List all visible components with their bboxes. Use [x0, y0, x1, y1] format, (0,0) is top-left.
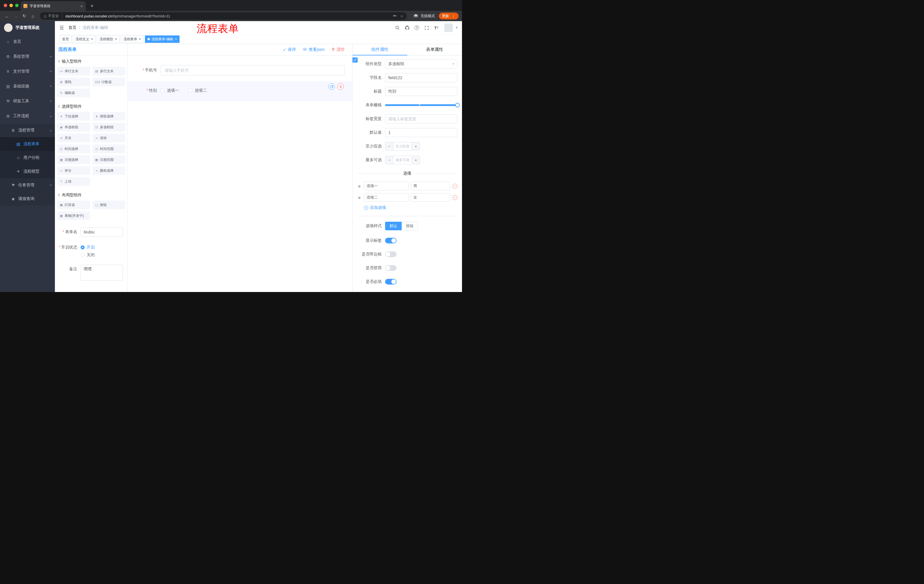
palette-item-time-range[interactable]: ◷时间范围 — [92, 145, 125, 153]
hamburger-icon[interactable]: ☰ — [55, 25, 68, 31]
duplicate-component-button[interactable] — [328, 84, 335, 90]
tag-process-form-edit[interactable]: 流程表单-编辑 × — [145, 35, 180, 43]
tag-process-model[interactable]: 流程模型 × — [97, 35, 119, 43]
avatar-caret-icon[interactable]: ▼ — [455, 26, 458, 29]
max-select-input[interactable] — [393, 156, 412, 164]
delete-component-button[interactable] — [337, 84, 344, 90]
palette-item-date-range[interactable]: ▦日期范围 — [92, 155, 125, 164]
tag-close-icon[interactable]: × — [175, 38, 177, 41]
palette-item-multi-line-text[interactable]: ▤多行文本 — [92, 67, 125, 76]
sidebar-item-process-form[interactable]: ▤ 流程表单 — [0, 137, 55, 151]
sidebar-item-payment[interactable]: ¥ 支付管理 ▾ — [0, 64, 55, 79]
gender-option-2[interactable]: 选项二 — [188, 88, 207, 93]
palette-item-rate[interactable]: ☆评分 — [57, 166, 90, 175]
palette-item-table-wip[interactable]: ▦表格[开发中] — [57, 211, 90, 220]
tag-home[interactable]: 首页 — [59, 35, 71, 43]
tag-close-icon[interactable]: × — [91, 38, 93, 41]
breadcrumb-home[interactable]: 首页 — [68, 25, 76, 30]
grid-slider[interactable] — [385, 100, 457, 110]
palette-item-button[interactable]: ▢按钮 — [92, 201, 125, 209]
browser-update-button[interactable]: 更新 ⋮ — [439, 13, 459, 20]
tab-component-props[interactable]: 组件属性 — [353, 44, 408, 55]
bookmark-star-icon[interactable]: ☆ — [400, 14, 403, 18]
sidebar-item-system[interactable]: ⚙ 系统管理 ▾ — [0, 49, 55, 64]
component-type-select[interactable]: ▼ — [385, 59, 457, 69]
option-1-value-input[interactable] — [411, 182, 450, 190]
palette-item-switch[interactable]: ⊙开关 — [57, 134, 90, 142]
border-toggle[interactable] — [385, 252, 396, 257]
user-avatar[interactable] — [444, 23, 453, 32]
status-on-radio[interactable]: 开启 — [81, 243, 95, 250]
palette-item-password[interactable]: ⊠密码 — [57, 78, 90, 86]
tag-process-definition[interactable]: 流程定义 × — [73, 35, 96, 43]
label-width-input[interactable] — [385, 114, 457, 123]
browser-tab[interactable]: 芋道管理系统 × — [21, 1, 86, 11]
style-default-button[interactable]: 默认 — [385, 222, 402, 230]
sidebar-item-user-group[interactable]: ☺ 用户分组 — [0, 151, 55, 165]
remove-option-button[interactable]: − — [452, 195, 457, 200]
slider-handle[interactable] — [455, 103, 460, 107]
disabled-toggle[interactable] — [385, 265, 396, 271]
canvas-field-gender[interactable]: 性别 选项一 选项二 — [128, 81, 352, 101]
stepper-plus-button[interactable]: + — [412, 142, 420, 150]
sidebar-item-task-management[interactable]: ⚑ 任务管理 ▾ — [0, 178, 55, 192]
fullscreen-icon[interactable] — [422, 24, 431, 32]
sidebar-item-process-management[interactable]: ≣ 流程管理 ▴ — [0, 123, 55, 137]
palette-item-slider[interactable]: ∿滑块 — [92, 134, 125, 142]
palette-item-checkbox-group[interactable]: ☑多选框组 — [92, 123, 125, 132]
gender-option-1[interactable]: 选项一 — [160, 88, 179, 93]
palette-item-upload[interactable]: ⇧上传 — [57, 177, 90, 186]
palette-item-dropdown[interactable]: ▾下拉选择 — [57, 112, 90, 120]
sidebar-logo[interactable]: 芋道管理系统 — [0, 21, 55, 34]
add-option-button[interactable]: + 添加选项 — [364, 205, 457, 210]
drag-handle-icon[interactable]: ≡ — [357, 184, 361, 189]
home-button[interactable]: ⌂ — [29, 14, 36, 18]
tab-close-icon[interactable]: × — [80, 4, 83, 8]
stepper-minus-button[interactable]: − — [385, 142, 393, 150]
reload-button[interactable]: ↻ — [21, 13, 28, 18]
sidebar-item-home[interactable]: ⌂ 首页 — [0, 34, 55, 49]
palette-item-single-line-text[interactable]: ▭单行文本 — [57, 67, 90, 76]
palette-item-cascader[interactable]: ⋔级联选择 — [92, 112, 125, 120]
status-off-radio[interactable]: 关闭 — [81, 250, 95, 258]
save-button[interactable]: ✓ 保存 — [283, 47, 296, 52]
sidebar-item-workflow[interactable]: ⊞ 工作流程 ▴ — [0, 109, 55, 123]
sidebar-item-infrastructure[interactable]: ▤ 基础设施 ▾ — [0, 79, 55, 94]
option-2-label-input[interactable] — [364, 193, 409, 202]
palette-item-time-picker[interactable]: ◴时间选择 — [57, 145, 90, 153]
phone-input[interactable] — [160, 65, 345, 76]
palette-item-date-picker[interactable]: ▦日期选择 — [57, 155, 90, 164]
tag-close-icon[interactable]: × — [139, 38, 141, 41]
palette-item-radio-group[interactable]: ◉单选框组 — [57, 123, 90, 132]
form-name-input[interactable] — [81, 227, 123, 237]
sidebar-item-leave-query[interactable]: ☻ 请假查询 — [0, 192, 55, 206]
palette-item-row-container[interactable]: ▣行容器 — [57, 201, 90, 209]
palette-item-counter[interactable]: 123计数器 — [92, 78, 125, 86]
default-value-input[interactable] — [385, 128, 457, 137]
title-input[interactable] — [385, 87, 457, 96]
address-bar[interactable]: ⚠ 不安全 dashboard.yudao.iocoder.cn/bpm/man… — [40, 12, 407, 20]
password-key-icon[interactable] — [393, 14, 397, 18]
canvas-field-phone[interactable]: 手机号 — [128, 62, 352, 79]
back-button[interactable]: ← — [3, 14, 11, 18]
show-label-toggle[interactable] — [385, 238, 396, 243]
stepper-plus-button[interactable]: + — [412, 156, 420, 164]
font-size-icon[interactable]: TT — [432, 24, 440, 32]
search-icon[interactable] — [393, 24, 401, 32]
tag-close-icon[interactable]: × — [115, 38, 117, 41]
sidebar-item-process-model[interactable]: ✈ 流程模型 — [0, 165, 55, 178]
remove-option-button[interactable]: − — [452, 184, 457, 189]
security-indicator[interactable]: ⚠ 不安全 — [43, 14, 59, 18]
new-tab-button[interactable]: + — [90, 3, 94, 8]
clear-button[interactable]: 清空 — [332, 47, 345, 52]
field-name-input[interactable] — [385, 73, 457, 82]
github-icon[interactable] — [403, 24, 411, 32]
required-toggle[interactable] — [385, 279, 396, 285]
drag-handle-icon[interactable]: ≡ — [357, 195, 361, 200]
help-icon[interactable]: ? — [413, 24, 421, 32]
min-select-input[interactable] — [393, 142, 412, 150]
option-1-label-input[interactable] — [364, 182, 409, 190]
palette-item-editor[interactable]: ✎编辑器 — [57, 89, 90, 97]
tag-process-form[interactable]: 流程表单 × — [121, 35, 144, 43]
view-json-button[interactable]: 查看json — [303, 47, 325, 52]
